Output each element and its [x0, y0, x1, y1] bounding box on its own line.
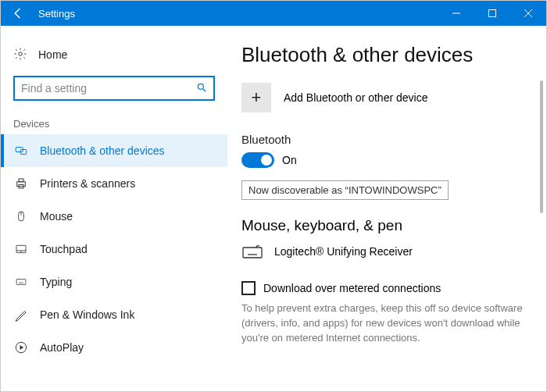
metered-checkbox-row[interactable]: Download over metered connections [241, 281, 531, 295]
sidebar-item-label: Mouse [40, 210, 73, 223]
bluetooth-toggle[interactable] [241, 152, 274, 168]
scrollbar[interactable] [540, 80, 543, 213]
search-icon [196, 82, 207, 95]
section-mouse-title: Mouse, keyboard, & pen [241, 217, 531, 234]
page-title: Bluetooth & other devices [241, 43, 531, 67]
keyboard-icon [241, 244, 263, 259]
content-area: Home Devices Bluetooth & other devices P… [1, 26, 546, 391]
bluetooth-label: Bluetooth [241, 133, 531, 146]
sidebar-item-label: Printers & scanners [40, 177, 135, 190]
home-label: Home [38, 48, 67, 61]
discoverable-status: Now discoverable as “INTOWINDOWSPC” [241, 180, 449, 200]
sidebar-home[interactable]: Home [1, 38, 227, 71]
sidebar-item-printers[interactable]: Printers & scanners [1, 167, 227, 200]
window-controls [438, 1, 546, 26]
pen-icon [13, 307, 29, 323]
metered-help-text: To help prevent extra charges, keep this… [241, 301, 531, 346]
back-button[interactable] [1, 1, 35, 26]
sidebar: Home Devices Bluetooth & other devices P… [1, 26, 227, 391]
device-name: Logitech® Unifying Receiver [274, 245, 413, 258]
svg-marker-24 [20, 345, 24, 350]
mouse-icon [13, 208, 29, 224]
title-bar: Settings [1, 1, 546, 26]
sidebar-item-mouse[interactable]: Mouse [1, 200, 227, 233]
printer-icon [13, 176, 29, 191]
svg-rect-1 [489, 10, 496, 17]
metered-checkbox[interactable] [241, 281, 256, 295]
add-device-label: Add Bluetooth or other device [284, 91, 427, 104]
bluetooth-toggle-row: On [241, 152, 531, 168]
window-title: Settings [38, 8, 438, 20]
sidebar-item-pen[interactable]: Pen & Windows Ink [1, 298, 227, 331]
sidebar-item-bluetooth[interactable]: Bluetooth & other devices [1, 134, 227, 167]
bluetooth-devices-icon [13, 143, 29, 159]
typing-icon [13, 274, 29, 290]
close-button[interactable] [510, 1, 546, 26]
add-device-button[interactable]: + Add Bluetooth or other device [241, 83, 531, 112]
sidebar-item-label: Bluetooth & other devices [40, 144, 165, 157]
metered-label: Download over metered connections [263, 282, 441, 294]
gear-icon [13, 47, 27, 63]
bluetooth-state: On [282, 154, 297, 166]
sidebar-section-label: Devices [1, 118, 227, 130]
svg-point-5 [198, 84, 203, 89]
sidebar-item-label: Touchpad [40, 243, 88, 255]
svg-point-4 [19, 52, 23, 55]
search-input[interactable] [21, 82, 196, 94]
sidebar-item-touchpad[interactable]: Touchpad [1, 233, 227, 265]
svg-rect-25 [243, 248, 262, 258]
minimize-button[interactable] [438, 1, 474, 26]
search-container [1, 76, 227, 101]
svg-rect-10 [19, 179, 23, 182]
touchpad-icon [13, 241, 29, 257]
device-item[interactable]: Logitech® Unifying Receiver [241, 244, 531, 259]
svg-rect-9 [17, 182, 26, 187]
sidebar-item-typing[interactable]: Typing [1, 265, 227, 298]
maximize-button[interactable] [474, 1, 510, 26]
sidebar-item-autoplay[interactable]: AutoPlay [1, 331, 227, 364]
svg-rect-17 [16, 280, 26, 285]
search-box[interactable] [13, 76, 215, 101]
main-panel: Bluetooth & other devices + Add Bluetoot… [227, 26, 546, 391]
plus-icon: + [241, 83, 271, 112]
svg-line-6 [203, 88, 206, 91]
sidebar-item-label: Typing [40, 276, 72, 288]
sidebar-item-label: Pen & Windows Ink [40, 308, 134, 321]
sidebar-item-label: AutoPlay [40, 341, 84, 354]
autoplay-icon [13, 340, 29, 355]
